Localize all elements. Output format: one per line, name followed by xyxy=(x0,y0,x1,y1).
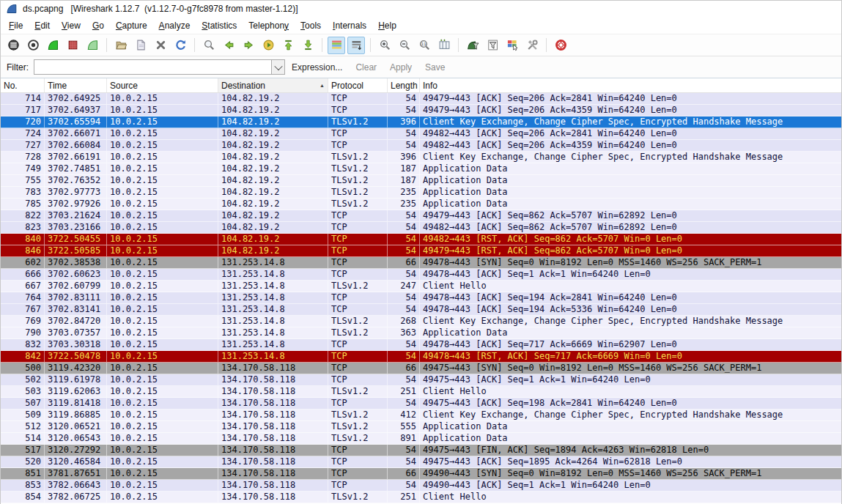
go-top-icon[interactable] xyxy=(279,37,297,54)
packet-row[interactable]: 5023119.6197810.0.2.15134.170.58.118TCP5… xyxy=(1,374,841,386)
autoscroll-icon[interactable] xyxy=(347,37,365,54)
packet-row[interactable]: 5003119.4232010.0.2.15134.170.58.118TCP6… xyxy=(1,363,841,374)
apply-button[interactable]: Apply xyxy=(383,62,418,73)
cell-source: 10.0.2.15 xyxy=(107,480,218,491)
menu-analyze[interactable]: Analyze xyxy=(153,18,196,33)
cell-destination: 134.170.58.118 xyxy=(218,433,328,444)
go-bottom-icon[interactable] xyxy=(299,37,317,54)
packet-row[interactable]: 8543782.0672510.0.2.15134.170.58.118TLSv… xyxy=(1,492,841,503)
packet-row[interactable]: 7173702.6493710.0.2.15104.82.19.2TCP5449… xyxy=(1,105,841,116)
packet-row[interactable]: 6663702.6062310.0.2.15131.253.14.8TCP544… xyxy=(1,269,841,281)
packet-row[interactable]: 7143702.6492510.0.2.15104.82.19.2TCP5449… xyxy=(1,93,841,105)
column-header-destination[interactable]: Destination▲ xyxy=(218,78,328,92)
titlebar: ds.pcapng [Wireshark 1.12.7 (v1.12.7-0-g… xyxy=(1,1,841,17)
packet-row[interactable]: 6673702.6079910.0.2.15131.253.14.8TLSv1.… xyxy=(1,281,841,292)
open-file-icon[interactable] xyxy=(112,37,130,54)
menu-help[interactable]: Help xyxy=(372,18,402,33)
menu-internals[interactable]: Internals xyxy=(327,18,372,33)
list-interfaces-icon[interactable] xyxy=(4,37,22,54)
packet-row[interactable]: 7903703.0735710.0.2.15131.253.14.8TLSv1.… xyxy=(1,327,841,339)
zoom-out-icon[interactable] xyxy=(396,37,413,54)
cell-length: 396 xyxy=(388,152,420,163)
packet-row[interactable]: 7203702.6559410.0.2.15104.82.19.2TLSv1.2… xyxy=(1,116,841,128)
help-icon[interactable] xyxy=(552,37,569,54)
go-to-packet-icon[interactable] xyxy=(259,37,277,54)
cell-info: 49479→443 [RST, ACK] Seq=862 Ack=5707 Wi… xyxy=(420,245,841,256)
menu-tools[interactable]: Tools xyxy=(295,18,327,33)
find-packet-icon[interactable] xyxy=(200,37,218,54)
clear-button[interactable]: Clear xyxy=(349,62,383,73)
column-header-time[interactable]: Time xyxy=(45,78,107,92)
packet-row[interactable]: 5143120.0654310.0.2.15134.170.58.118TLSv… xyxy=(1,433,841,445)
packet-row[interactable]: 8513781.8765110.0.2.15134.170.58.118TCP6… xyxy=(1,468,841,480)
menu-statistics[interactable]: Statistics xyxy=(196,18,243,33)
expression-button[interactable]: Expression... xyxy=(285,62,349,73)
packet-row[interactable]: 7643702.8311110.0.2.15131.253.14.8TCP544… xyxy=(1,292,841,304)
menu-go[interactable]: Go xyxy=(86,18,110,33)
display-filters-icon[interactable] xyxy=(484,37,501,54)
menu-file[interactable]: File xyxy=(3,18,29,33)
packet-row[interactable]: 5093119.8688510.0.2.15134.170.58.118TLSv… xyxy=(1,410,841,421)
zoom-in-icon[interactable] xyxy=(376,37,394,54)
packet-row[interactable]: 7833702.9777310.0.2.15104.82.19.2TLSv1.2… xyxy=(1,187,841,199)
cell-no: 790 xyxy=(1,327,45,338)
packet-row[interactable]: 5173120.2729210.0.2.15134.170.58.118TCP5… xyxy=(1,445,841,456)
cell-destination: 104.82.19.2 xyxy=(218,105,328,116)
packet-row[interactable]: 7493702.7485110.0.2.15104.82.19.2TLSv1.2… xyxy=(1,163,841,175)
column-header-info[interactable]: Info xyxy=(420,78,841,92)
go-back-icon[interactable] xyxy=(220,37,237,54)
stop-capture-icon[interactable] xyxy=(64,37,81,54)
packet-row[interactable]: 8233703.2316610.0.2.15104.82.19.2TCP5449… xyxy=(1,222,841,234)
packet-row[interactable]: 5033119.6206310.0.2.15134.170.58.118TLSv… xyxy=(1,386,841,398)
packet-row[interactable]: 8423722.5047810.0.2.15131.253.14.8TCP544… xyxy=(1,351,841,363)
cell-length: 235 xyxy=(388,187,420,198)
column-header-no[interactable]: No. xyxy=(1,78,45,92)
packet-row[interactable]: 6023702.3853810.0.2.15131.253.14.8TCP664… xyxy=(1,257,841,269)
start-capture-icon[interactable] xyxy=(44,37,62,54)
menu-view[interactable]: View xyxy=(56,18,86,33)
column-header-protocol[interactable]: Protocol xyxy=(328,78,388,92)
filter-combobox[interactable] xyxy=(34,59,285,75)
menu-capture[interactable]: Capture xyxy=(110,18,153,33)
filter-dropdown-button[interactable] xyxy=(271,60,284,74)
packet-row[interactable]: 5123120.0652110.0.2.15134.170.58.118TLSv… xyxy=(1,421,841,433)
reload-icon[interactable] xyxy=(171,37,189,54)
cell-protocol: TCP xyxy=(328,363,388,374)
cell-info: 49475→443 [SYN] Seq=0 Win=8192 Len=0 MSS… xyxy=(420,363,841,374)
packet-row[interactable]: 7693702.8472010.0.2.15131.253.14.8TLSv1.… xyxy=(1,316,841,327)
packet-row[interactable]: 8403722.5045510.0.2.15104.82.19.2TCP5449… xyxy=(1,234,841,245)
packet-row[interactable]: 5073119.8141810.0.2.15134.170.58.118TCP5… xyxy=(1,398,841,410)
column-header-source[interactable]: Source xyxy=(107,78,218,92)
go-forward-icon[interactable] xyxy=(240,37,257,54)
capture-options-icon[interactable] xyxy=(24,37,42,54)
packet-row[interactable]: 7283702.6619110.0.2.15104.82.19.2TLSv1.2… xyxy=(1,152,841,163)
restart-capture-icon[interactable] xyxy=(84,37,101,54)
resize-columns-icon[interactable] xyxy=(435,37,453,54)
packet-row[interactable]: 8223703.2162410.0.2.15104.82.19.2TCP5449… xyxy=(1,210,841,222)
packet-row[interactable]: 8533782.0664310.0.2.15134.170.58.118TCP5… xyxy=(1,480,841,492)
zoom-100-icon[interactable]: 1:1 xyxy=(416,37,433,54)
wireshark-logo-icon xyxy=(6,3,18,15)
preferences-icon[interactable] xyxy=(523,37,541,54)
cell-length: 412 xyxy=(388,410,420,420)
packet-row[interactable]: 7673702.8314110.0.2.15131.253.14.8TCP544… xyxy=(1,304,841,316)
capture-filters-icon[interactable] xyxy=(464,37,481,54)
colorize-icon[interactable] xyxy=(328,37,345,54)
packet-row[interactable]: 8323703.3031810.0.2.15131.253.14.8TCP544… xyxy=(1,339,841,351)
cell-info: 49478→443 [ACK] Seq=1 Ack=1 Win=64240 Le… xyxy=(420,269,841,280)
save-file-icon[interactable] xyxy=(132,37,149,54)
packet-row[interactable]: 7273702.6608410.0.2.15104.82.19.2TCP5449… xyxy=(1,140,841,152)
cell-protocol: TCP xyxy=(328,105,388,116)
menu-edit[interactable]: Edit xyxy=(29,18,56,33)
packet-row[interactable]: 5203120.4658410.0.2.15134.170.58.118TCP5… xyxy=(1,456,841,468)
column-header-length[interactable]: Length xyxy=(388,78,420,92)
menu-telephony[interactable]: Telephony xyxy=(243,18,295,33)
coloring-rules-icon[interactable] xyxy=(503,37,521,54)
filter-input[interactable] xyxy=(34,60,271,74)
close-file-icon[interactable] xyxy=(152,37,169,54)
packet-row[interactable]: 7243702.6607110.0.2.15104.82.19.2TCP5449… xyxy=(1,128,841,140)
packet-row[interactable]: 7853702.9792610.0.2.15104.82.19.2TLSv1.2… xyxy=(1,199,841,210)
packet-row[interactable]: 8463722.5058510.0.2.15104.82.19.2TCP5449… xyxy=(1,245,841,257)
save-button[interactable]: Save xyxy=(418,62,451,73)
packet-row[interactable]: 7553702.7635210.0.2.15104.82.19.2TLSv1.2… xyxy=(1,175,841,187)
